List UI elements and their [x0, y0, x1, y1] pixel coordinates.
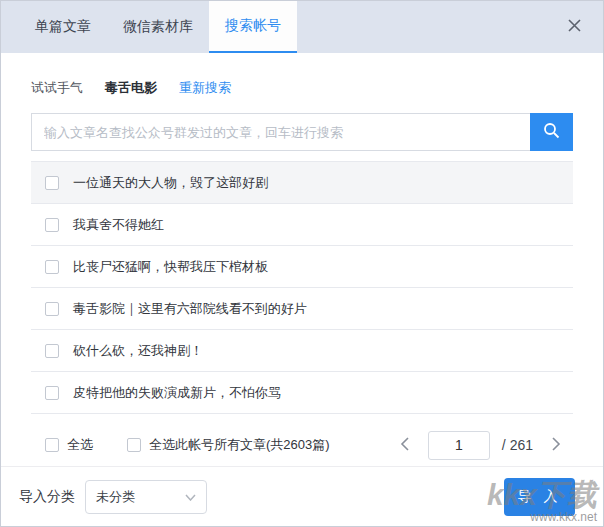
search-button[interactable]	[530, 113, 573, 151]
article-row[interactable]	[31, 414, 573, 424]
import-button[interactable]: 导 入	[504, 478, 575, 516]
pagination: / 261	[394, 431, 567, 460]
article-row[interactable]: 毒舌影院｜这里有六部院线看不到的好片	[31, 288, 573, 330]
close-button[interactable]	[559, 1, 589, 53]
prev-page-button[interactable]	[394, 432, 416, 458]
dialog-content: 试试手气 毒舌电影 重新搜索 一位通天的大人物，毁了这部好剧	[1, 53, 603, 526]
import-article-dialog: 单篇文章 微信素材库 搜索帐号 试试手气 毒舌电影 重新搜索	[0, 0, 604, 527]
article-checkbox[interactable]	[45, 176, 59, 190]
article-row[interactable]: 皮特把他的失败演成新片，不怕你骂	[31, 372, 573, 414]
article-checkbox[interactable]	[45, 260, 59, 274]
selection-bar: 全选 全选此帐号所有文章(共2603篇) / 261	[1, 424, 603, 467]
category-select[interactable]: 未分类	[85, 480, 207, 514]
chevron-left-icon	[400, 437, 409, 454]
chevron-right-icon	[552, 437, 561, 454]
article-checkbox[interactable]	[45, 302, 59, 316]
tab-search-account[interactable]: 搜索帐号	[209, 1, 297, 53]
category-value: 未分类	[96, 488, 135, 506]
article-row[interactable]: 砍什么砍，还我神剧！	[31, 330, 573, 372]
category-label: 导入分类	[19, 488, 75, 506]
search-input[interactable]	[31, 113, 530, 151]
try-luck-link[interactable]: 试试手气	[31, 79, 83, 97]
account-name: 毒舌电影	[105, 79, 157, 97]
article-title: 皮特把他的失败演成新片，不怕你骂	[73, 384, 281, 402]
select-all-label: 全选	[67, 436, 93, 454]
article-title: 比丧尸还猛啊，快帮我压下棺材板	[73, 258, 268, 276]
tab-single-article[interactable]: 单篇文章	[19, 1, 107, 53]
article-row[interactable]: 我真舍不得她红	[31, 204, 573, 246]
search-icon	[543, 122, 560, 142]
article-row[interactable]: 比丧尸还猛啊，快帮我压下棺材板	[31, 246, 573, 288]
article-checkbox[interactable]	[45, 386, 59, 400]
article-title: 砍什么砍，还我神剧！	[73, 342, 203, 360]
page-input[interactable]	[428, 431, 490, 460]
article-row[interactable]: 一位通天的大人物，毁了这部好剧	[31, 162, 573, 204]
select-account-checkbox[interactable]	[127, 438, 141, 452]
select-all-group[interactable]: 全选	[45, 436, 93, 454]
import-footer: 导入分类 未分类 导 入	[1, 467, 603, 526]
tab-bar: 单篇文章 微信素材库 搜索帐号	[1, 1, 603, 53]
article-checkbox[interactable]	[45, 344, 59, 358]
select-account-label: 全选此帐号所有文章(共2603篇)	[149, 436, 330, 454]
article-title: 一位通天的大人物，毁了这部好剧	[73, 174, 268, 192]
tab-wechat-library[interactable]: 微信素材库	[107, 1, 209, 53]
next-page-button[interactable]	[545, 432, 567, 458]
chevron-down-icon	[185, 489, 196, 504]
research-link[interactable]: 重新搜索	[179, 79, 231, 97]
select-all-checkbox[interactable]	[45, 438, 59, 452]
article-checkbox[interactable]	[45, 218, 59, 232]
article-title: 毒舌影院｜这里有六部院线看不到的好片	[73, 300, 307, 318]
search-row	[31, 113, 573, 151]
article-list: 一位通天的大人物，毁了这部好剧 我真舍不得她红 比丧尸还猛啊，快帮我压下棺材板 …	[31, 161, 573, 424]
account-subbar: 试试手气 毒舌电影 重新搜索	[1, 53, 603, 113]
page-total: / 261	[502, 437, 533, 453]
article-title: 我真舍不得她红	[73, 216, 164, 234]
select-account-group[interactable]: 全选此帐号所有文章(共2603篇)	[127, 436, 330, 454]
close-icon	[568, 19, 581, 35]
